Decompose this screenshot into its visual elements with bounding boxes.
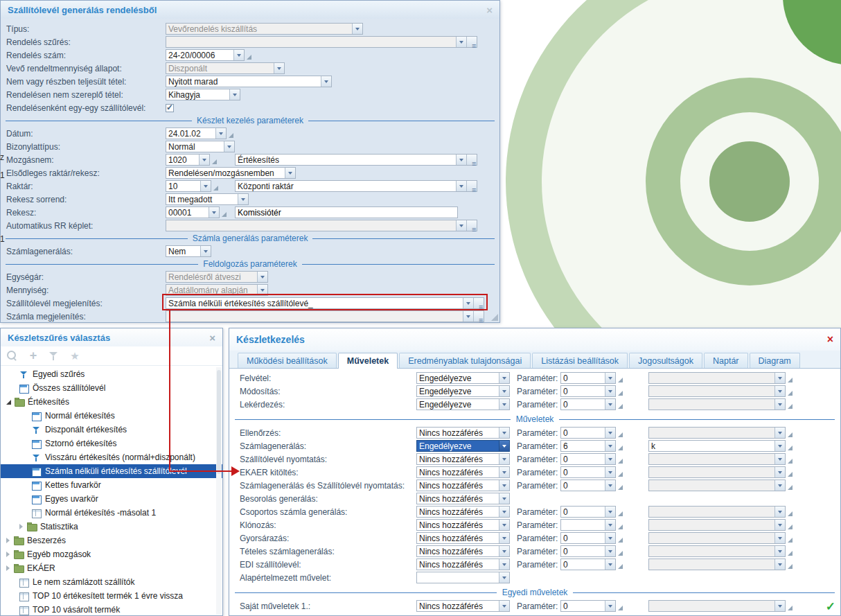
bizonylattipus-combobox[interactable]: Normál [166, 141, 235, 152]
chevron-down-icon[interactable] [229, 89, 240, 100]
tree-item[interactable]: Normál értékesítés [1, 409, 222, 423]
chevron-down-icon[interactable] [499, 454, 509, 464]
chevron-down-icon[interactable] [605, 480, 615, 491]
szamla-megjelenites-combobox[interactable] [166, 310, 484, 322]
scrollbar[interactable] [216, 367, 222, 615]
tab-listazasi-beallitasok[interactable]: Listázási beállítások [532, 353, 628, 368]
tree-item[interactable]: Értékesítés [1, 395, 222, 409]
szamlageneralas-combobox[interactable]: Nem [166, 245, 211, 257]
chevron-down-icon[interactable] [605, 601, 615, 611]
chevron-down-icon[interactable] [774, 480, 785, 491]
chevron-down-icon[interactable] [215, 128, 226, 139]
chevron-down-icon[interactable] [456, 37, 466, 47]
elsodleges-combobox[interactable]: Rendelésen/mozgásnemben [166, 167, 296, 179]
list-menu-icon[interactable] [466, 37, 477, 47]
extra-combobox[interactable] [648, 519, 786, 531]
access-combobox[interactable]: Nincs hozzáférés [416, 519, 510, 531]
chevron-down-icon[interactable] [605, 533, 615, 543]
access-combobox[interactable]: Engedélyezve [416, 385, 510, 397]
tree-item[interactable]: EKÁER [1, 561, 222, 575]
extra-combobox[interactable] [648, 385, 786, 397]
nem-szereplo-combobox[interactable]: Kihagyja [166, 89, 240, 100]
chevron-down-icon[interactable] [499, 533, 509, 543]
chevron-down-icon[interactable] [499, 467, 509, 477]
chevron-down-icon[interactable] [499, 546, 509, 556]
tree-item[interactable]: Statisztika [1, 520, 222, 534]
tree-item[interactable]: Visszáru értékesítés (normál+diszponált) [1, 450, 222, 464]
param-combobox[interactable]: 6 [560, 440, 616, 452]
chevron-down-icon[interactable] [605, 386, 615, 396]
chevron-down-icon[interactable] [456, 155, 466, 165]
favorite-star-icon[interactable]: ★ [69, 350, 81, 362]
extra-combobox[interactable] [648, 466, 786, 478]
access-combobox[interactable]: Nincs hozzáférés [416, 427, 510, 439]
extra-combobox[interactable] [648, 372, 786, 384]
chevron-down-icon[interactable] [605, 520, 615, 530]
tree-item[interactable]: Egyes uvarkör [1, 492, 222, 506]
chevron-down-icon[interactable] [499, 601, 509, 611]
tab-naptar[interactable]: Naptár [704, 353, 748, 368]
chevron-down-icon[interactable] [233, 50, 244, 60]
chevron-down-icon[interactable] [499, 428, 509, 438]
vevo-allapot-combobox[interactable]: Diszponált [166, 62, 285, 74]
mozgasnem-name-combobox[interactable]: Értékesítés [235, 154, 477, 166]
param-combobox[interactable]: 0 [560, 385, 616, 397]
chevron-down-icon[interactable] [499, 559, 509, 570]
access-combobox[interactable]: Nincs hozzáférés [416, 466, 510, 478]
nem-teljesult-combobox[interactable]: Nyitott marad [166, 76, 332, 87]
chevron-down-icon[interactable] [499, 373, 509, 383]
chevron-down-icon[interactable] [774, 546, 785, 556]
chevron-down-icon[interactable] [774, 441, 785, 451]
extra-combobox[interactable] [648, 532, 786, 544]
chevron-down-icon[interactable] [774, 559, 785, 570]
egysegar-combobox[interactable]: Rendelésről átveszi [166, 271, 268, 283]
chevron-down-icon[interactable] [774, 520, 785, 530]
rekesz-sorrend-combobox[interactable]: Itt megadott [166, 193, 249, 205]
tree-item[interactable]: TOP 10 értékesített termék 1 évre vissza [1, 589, 222, 603]
chevron-down-icon[interactable] [200, 181, 211, 191]
extra-combobox[interactable] [648, 545, 786, 557]
chevron-down-icon[interactable] [774, 467, 785, 477]
chevron-down-icon[interactable] [605, 507, 615, 517]
chevron-down-icon[interactable] [774, 533, 785, 543]
tree-item[interactable]: Összes szállítólevél [1, 381, 222, 395]
rendeles-szam-combobox[interactable]: 24-20/00006 [166, 49, 245, 61]
tree-item[interactable]: TOP 10 vásárolt termék [1, 603, 222, 616]
chevron-down-icon[interactable] [199, 155, 209, 165]
tab-jogosultsagok[interactable]: Jogosultságok [629, 353, 702, 368]
param-combobox[interactable]: 0 [560, 532, 616, 544]
egy-szallitolevel-checkbox[interactable] [166, 104, 174, 112]
chevron-down-icon[interactable] [605, 546, 615, 556]
rendeles-szures-combobox[interactable] [166, 36, 477, 48]
raktar-code-combobox[interactable]: 10 [166, 180, 211, 192]
access-combobox[interactable] [416, 572, 510, 583]
chevron-down-icon[interactable] [605, 428, 615, 438]
access-combobox[interactable]: Engedélyezve [416, 398, 510, 410]
chevron-down-icon[interactable] [499, 480, 509, 491]
extra-combobox[interactable] [648, 558, 786, 570]
list-menu-icon[interactable] [466, 181, 477, 191]
chevron-down-icon[interactable] [321, 76, 331, 87]
param-combobox[interactable]: 0 [560, 453, 616, 465]
param-combobox[interactable]: 0 [560, 398, 616, 410]
extra-combobox[interactable] [648, 453, 786, 465]
tree-item[interactable]: Normál értékesítés -másolat 1 [1, 506, 222, 520]
chevron-down-icon[interactable] [605, 399, 615, 410]
chevron-down-icon[interactable] [605, 454, 615, 464]
param-combobox[interactable]: 0 [560, 466, 616, 478]
chevron-down-icon[interactable] [774, 454, 785, 464]
extra-combobox[interactable]: k [648, 440, 786, 452]
chevron-down-icon[interactable] [499, 572, 509, 583]
tab-eredmenyablak[interactable]: Eredményablak tulajdonságai [399, 353, 531, 368]
chevron-down-icon[interactable] [499, 441, 509, 451]
param-combobox[interactable] [560, 519, 616, 531]
param-combobox[interactable]: 0 [560, 479, 616, 491]
list-menu-icon[interactable] [466, 155, 477, 165]
collapsed-arrow-icon[interactable] [19, 524, 23, 529]
filter-icon[interactable] [48, 350, 60, 362]
list-menu-icon[interactable] [466, 220, 477, 231]
access-combobox[interactable]: Nincs hozzáférés [416, 479, 510, 491]
access-combobox[interactable]: Nincs hozzáférés [416, 532, 510, 544]
access-combobox[interactable]: Nincs hozzáférés [416, 506, 510, 518]
tab-diagram[interactable]: Diagram [750, 353, 800, 368]
